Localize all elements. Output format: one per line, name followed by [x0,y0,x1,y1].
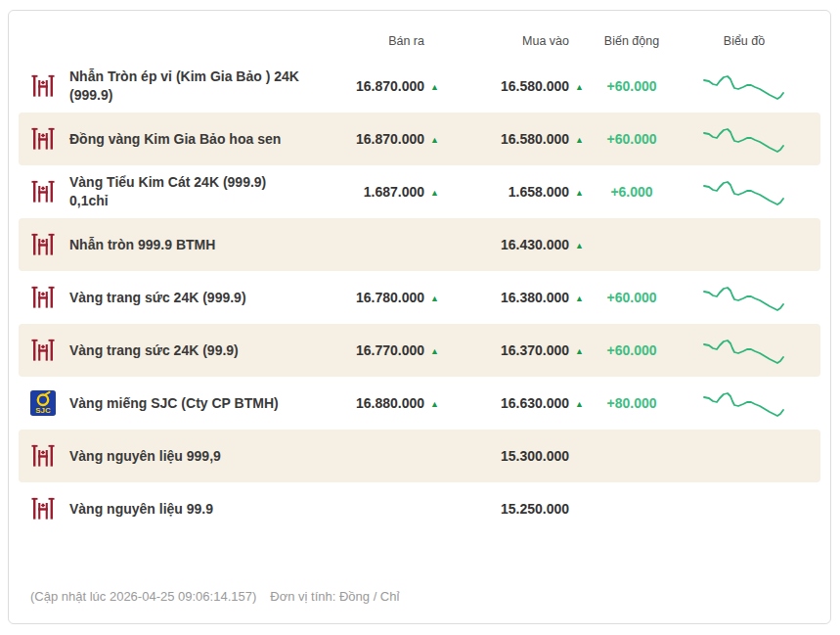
table-row: Vàng trang sức 24K (99.9) 16.770.000▲ 16… [19,324,820,377]
sell-price: 16.870.000 [356,131,424,147]
table-row: Vàng nguyên liệu 999,9 15.300.000 [19,430,820,482]
table-row: Vàng Tiểu Kim Cát 24K (999.9) 0,1chỉ 1.6… [19,165,820,218]
sell-price: 16.880.000 [356,395,424,411]
table-row: Vàng nguyên liệu 99.9 15.250.000 [19,482,820,535]
table-row: Nhẫn Tròn ép vỉ (Kim Gia Bảo ) 24K (999.… [19,60,820,113]
up-arrow-icon: ▲ [569,399,584,409]
buy-price: 16.630.000 [501,395,569,411]
btmh-logo-icon [30,231,56,258]
table-body: Nhẫn Tròn ép vỉ (Kim Gia Bảo ) 24K (999.… [19,60,820,535]
btmh-logo-icon [30,442,56,470]
btmh-logo-icon [30,495,56,522]
updated-at-text: (Cập nhật lúc 2026-04-25 09:06:14.157) [30,589,256,604]
sparkline-chart [680,387,809,419]
unit-text: Đơn vị tính: Đồng / Chỉ [270,589,399,604]
buy-price-cell: 15.300.000 [439,447,584,465]
up-arrow-icon: ▲ [569,188,584,198]
buy-price-cell: 16.430.000▲ [439,236,584,253]
sell-price: 16.780.000 [356,290,424,305]
product-cell: Nhẫn Tròn ép vỉ (Kim Gia Bảo ) 24K (999.… [30,68,324,105]
up-arrow-icon: ▲ [424,188,439,198]
sjc-logo-icon: SJC [30,389,56,417]
buy-price: 1.658.000 [508,184,569,200]
sell-price: 1.687.000 [364,184,424,200]
sparkline-chart [680,335,809,366]
buy-price: 16.370.000 [501,342,569,358]
up-arrow-icon: ▲ [569,82,584,92]
buy-price: 16.580.000 [501,78,569,94]
buy-price: 16.580.000 [501,131,569,147]
product-cell: Nhẫn tròn 999.9 BTMH [30,231,324,258]
buy-price-cell: 16.380.000▲ [439,289,584,306]
buy-price-cell: 16.370.000▲ [439,341,584,359]
change-value: +80.000 [584,395,680,411]
sparkline-chart [680,282,809,313]
product-cell: Vàng nguyên liệu 99.9 [30,495,324,522]
sell-price-cell: 1.687.000▲ [324,183,439,201]
product-name: Nhẫn tròn 999.9 BTMH [69,236,215,254]
product-name: Vàng Tiểu Kim Cát 24K (999.9) 0,1chỉ [69,173,266,210]
sell-price-cell: 16.870.000▲ [324,130,439,148]
buy-price: 16.380.000 [501,290,569,305]
product-name: Vàng nguyên liệu 99.9 [69,500,213,519]
sell-price-cell [324,236,439,253]
header-chart: Biểu đồ [680,34,809,48]
sparkline-chart [680,176,809,207]
buy-price: 15.250.000 [501,501,569,517]
up-arrow-icon: ▲ [569,294,584,303]
table-row: Vàng trang sức 24K (999.9) 16.780.000▲ 1… [19,271,820,324]
buy-price: 15.300.000 [501,448,569,464]
up-arrow-icon: ▲ [424,399,439,409]
product-name: Đồng vàng Kim Gia Bảo hoa sen [69,130,281,149]
sell-price: 16.870.000 [356,78,424,94]
product-name: Nhẫn Tròn ép vỉ (Kim Gia Bảo ) 24K (999.… [69,68,299,105]
buy-price-cell: 15.250.000 [439,500,584,518]
sparkline-chart [680,123,809,155]
product-cell: Vàng Tiểu Kim Cát 24K (999.9) 0,1chỉ [30,173,324,210]
product-name: Vàng miếng SJC (Cty CP BTMH) [69,394,279,413]
buy-price-cell: 16.580.000▲ [439,130,584,148]
change-value: +60.000 [584,131,680,147]
buy-price-cell: 16.580.000▲ [439,77,584,95]
product-cell: Đồng vàng Kim Gia Bảo hoa sen [30,125,324,153]
header-sell: Bán ra [324,34,439,48]
sell-price-cell [324,500,439,518]
sell-price-cell: 16.770.000▲ [324,341,439,359]
up-arrow-icon: ▲ [424,294,439,303]
change-value: +60.000 [584,342,680,358]
sparkline-chart [680,70,809,102]
product-name: Vàng trang sức 24K (999.9) [69,289,246,307]
up-arrow-icon: ▲ [424,346,439,356]
product-cell: SJC Vàng miếng SJC (Cty CP BTMH) [30,389,324,417]
btmh-logo-icon [30,337,56,364]
product-cell: Vàng nguyên liệu 999,9 [30,442,324,470]
buy-price-cell: 16.630.000▲ [439,394,584,412]
sell-price-cell: 16.880.000▲ [324,394,439,412]
table-header-row: Bán ra Mua vào Biến động Biểu đồ [19,11,820,60]
change-value: +60.000 [584,290,680,305]
btmh-logo-icon [30,178,56,205]
product-name: Vàng trang sức 24K (99.9) [69,341,239,360]
btmh-logo-icon [30,284,56,311]
header-change: Biến động [584,34,680,48]
header-buy: Mua vào [439,34,584,48]
product-name: Vàng nguyên liệu 999,9 [69,447,221,466]
up-arrow-icon: ▲ [569,241,584,250]
up-arrow-icon: ▲ [424,135,439,145]
product-cell: Vàng trang sức 24K (999.9) [30,284,324,311]
buy-price: 16.430.000 [501,237,569,252]
btmh-logo-icon [30,125,56,153]
sell-price: 16.770.000 [356,342,424,358]
sell-price-cell [324,447,439,465]
table-footer: (Cập nhật lúc 2026-04-25 09:06:14.157) Đ… [19,573,820,623]
change-value: +60.000 [584,78,680,94]
gold-price-table-card: Bán ra Mua vào Biến động Biểu đồ Nhẫn Tr… [8,10,831,624]
buy-price-cell: 1.658.000▲ [439,183,584,201]
up-arrow-icon: ▲ [569,346,584,356]
up-arrow-icon: ▲ [424,82,439,92]
btmh-logo-icon [30,72,56,100]
svg-text:SJC: SJC [35,406,51,415]
sell-price-cell: 16.780.000▲ [324,289,439,306]
product-cell: Vàng trang sức 24K (99.9) [30,337,324,364]
table-row: Nhẫn tròn 999.9 BTMH 16.430.000▲ [19,218,820,271]
